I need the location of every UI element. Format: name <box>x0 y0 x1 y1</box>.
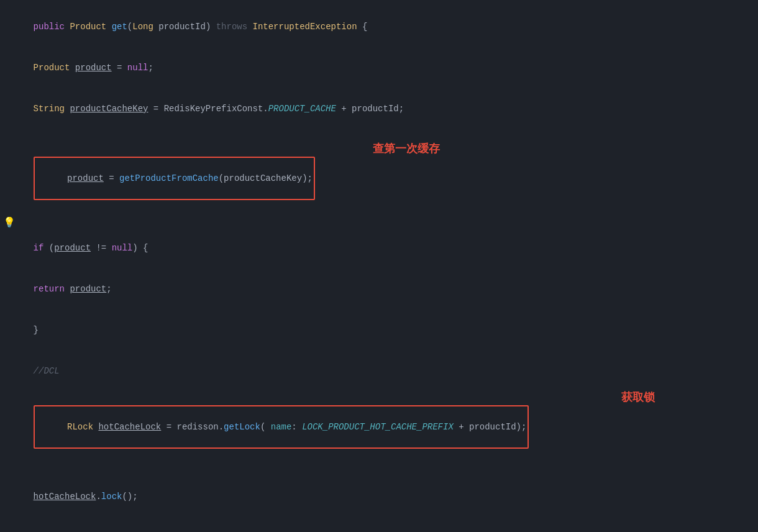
highlight-box-2: RLock hotCacheLock = redisson.getLock( n… <box>34 405 529 449</box>
paren-open: ( <box>127 22 132 32</box>
keyword-throws: throws <box>216 22 253 32</box>
type-long: Long <box>132 22 158 32</box>
code-line-2: Product product = null; <box>0 47 758 88</box>
param-productid: productId) <box>158 22 216 32</box>
annotation-first-cache: 查第一次缓存 <box>373 142 440 155</box>
code-line-7: return product; <box>0 268 758 310</box>
code-line-10: RLock hotCacheLock = redisson.getLock( n… <box>0 392 758 476</box>
code-container: public Product get(Long productId) throw… <box>0 0 758 532</box>
type-product: Product <box>70 22 111 32</box>
code-line-1: public Product get(Long productId) throw… <box>0 6 758 47</box>
highlight-box-1: product = getProductFromCache(productCac… <box>34 157 315 200</box>
code-line-6: if (product != null) { <box>0 227 758 268</box>
code-line-11: hotCacheLock.lock(); <box>0 476 758 517</box>
keyword-public: public <box>34 22 70 32</box>
fn-get: get <box>112 22 127 32</box>
code-line-9: //DCL <box>0 351 758 392</box>
type-interrupted: InterruptedException <box>253 22 357 32</box>
code-line-5: product = getProductFromCache(productCac… <box>0 143 758 227</box>
code-line-empty1 <box>0 129 758 143</box>
code-line-8: } <box>0 310 758 351</box>
bulb-icon: 💡 <box>3 216 16 229</box>
annotation-get-lock: 获取锁 <box>621 390 655 404</box>
code-line-3: String productCacheKey = RedisKeyPrefixC… <box>0 88 758 129</box>
code-line-12: //boolean result = hotCacheLock.tryLock(… <box>0 517 758 532</box>
